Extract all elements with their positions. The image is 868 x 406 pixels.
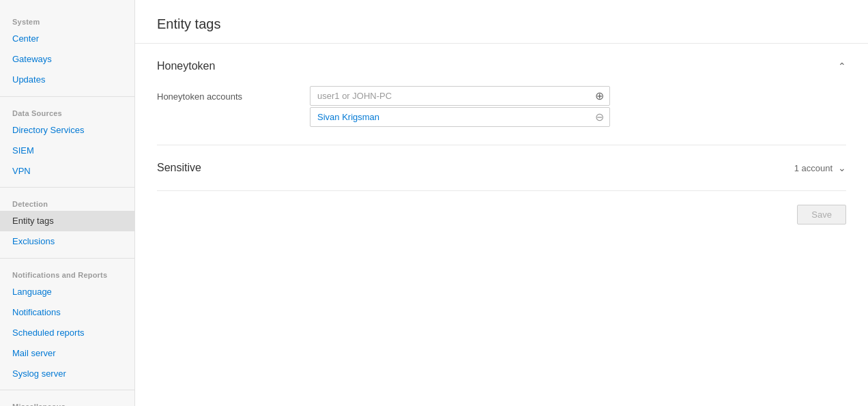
honeytoken-section-content: Honeytoken accounts ⊕ ⊖ [157, 72, 846, 128]
sensitive-section: Sensitive 1 account ⌄ [157, 145, 846, 191]
honeytoken-section: Honeytoken ⌃ Honeytoken accounts ⊕ [157, 44, 846, 145]
sensitive-chevron-icon[interactable]: ⌄ [838, 162, 846, 173]
sidebar-divider [0, 258, 134, 259]
honeytoken-accounts-inputs: ⊕ ⊖ [310, 86, 610, 128]
sidebar-section-label-system: System [0, 11, 134, 29]
page-title: Entity tags [157, 16, 846, 32]
sensitive-section-title: Sensitive [157, 162, 201, 174]
sidebar-item-gateways[interactable]: Gateways [0, 49, 134, 70]
action-bar: Save [135, 191, 868, 238]
honeytoken-accounts-label: Honeytoken accounts [157, 86, 293, 102]
sidebar-item-notifications[interactable]: Notifications [0, 302, 134, 323]
sidebar-item-syslog-server[interactable]: Syslog server [0, 364, 134, 384]
sensitive-section-meta: 1 account ⌄ [794, 162, 846, 173]
sidebar-section-label-detection: Detection [0, 193, 134, 211]
sidebar-item-exclusions[interactable]: Exclusions [0, 231, 134, 252]
sidebar-item-language[interactable]: Language [0, 282, 134, 302]
sidebar-item-center[interactable]: Center [0, 29, 134, 49]
sidebar-section-label-notifications-and-reports: Notifications and Reports [0, 264, 134, 282]
sidebar-section-label-data-sources: Data Sources [0, 102, 134, 120]
save-button[interactable]: Save [797, 205, 846, 224]
sidebar-item-entity-tags[interactable]: Entity tags [0, 211, 134, 231]
sensitive-section-header[interactable]: Sensitive 1 account ⌄ [157, 162, 846, 174]
sidebar-divider [0, 390, 134, 390]
sensitive-account-count: 1 account [794, 163, 833, 173]
sidebar-item-siem[interactable]: SIEM [0, 141, 134, 161]
honeytoken-chevron-icon[interactable]: ⌃ [838, 61, 846, 72]
honeytoken-section-meta: ⌃ [838, 61, 846, 72]
remove-account-button[interactable]: ⊖ [590, 108, 609, 126]
sidebar-item-updates[interactable]: Updates [0, 70, 134, 90]
honeytoken-section-header[interactable]: Honeytoken ⌃ [157, 60, 846, 72]
sidebar-section-label-miscellaneous: Miscellaneous [0, 396, 134, 406]
sidebar-divider [0, 187, 134, 188]
sidebar-item-mail-server[interactable]: Mail server [0, 343, 134, 364]
new-account-input[interactable] [310, 87, 590, 105]
honeytoken-section-title: Honeytoken [157, 60, 215, 72]
add-account-button[interactable]: ⊕ [590, 87, 609, 105]
content-area: Honeytoken ⌃ Honeytoken accounts ⊕ [135, 44, 868, 191]
sivan-krigsman-input-row: ⊖ [310, 107, 610, 127]
sidebar: SystemCenterGatewaysUpdatesData SourcesD… [0, 0, 135, 406]
sidebar-divider [0, 96, 134, 97]
page-header: Entity tags [135, 0, 868, 44]
honeytoken-field-row: Honeytoken accounts ⊕ ⊖ [157, 86, 846, 128]
sivan-krigsman-input[interactable] [310, 108, 590, 126]
minus-icon: ⊖ [595, 111, 604, 124]
sidebar-item-scheduled-reports[interactable]: Scheduled reports [0, 323, 134, 343]
sidebar-item-vpn[interactable]: VPN [0, 161, 134, 182]
plus-icon: ⊕ [595, 89, 604, 102]
sidebar-item-directory-services[interactable]: Directory Services [0, 120, 134, 141]
new-account-input-row: ⊕ [310, 86, 610, 106]
main-content: Entity tags Honeytoken ⌃ Honeytoken acco… [135, 0, 868, 406]
